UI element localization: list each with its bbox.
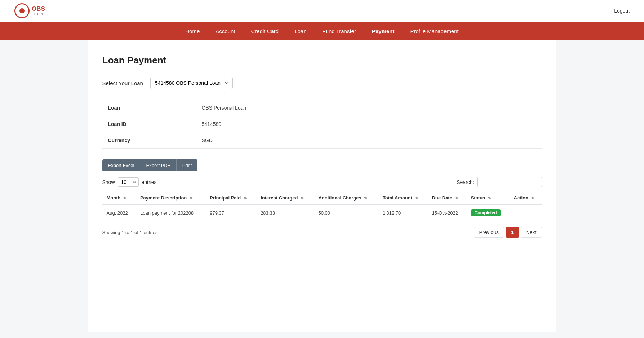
pagination-section: Showing 1 to 1 of 1 entries Previous 1 N… [102, 227, 542, 238]
page-1-button[interactable]: 1 [506, 227, 519, 238]
nav-item-profile-management[interactable]: Profile Management [402, 22, 466, 40]
export-pdf-button[interactable]: Export PDF [140, 159, 176, 171]
cell-additional-charges: 50.00 [314, 205, 378, 221]
export-excel-button[interactable]: Export Excel [102, 159, 140, 171]
next-button[interactable]: Next [521, 227, 542, 238]
sort-icon-description: ⇅ [190, 196, 192, 200]
loan-info-key-currency: Currency [102, 132, 196, 149]
toolbar: Export Excel Export PDF Print [102, 159, 542, 171]
sort-icon-principal: ⇅ [244, 196, 247, 200]
showing-entries-text: Showing 1 to 1 of 1 entries [102, 230, 158, 235]
page-title: Loan Payment [102, 55, 542, 66]
col-principal-paid[interactable]: Principal Paid ⇅ [205, 192, 256, 205]
status-badge: Completed [471, 209, 501, 216]
col-due-date[interactable]: Due Date ⇅ [428, 192, 467, 205]
sort-icon-action: ⇅ [531, 196, 534, 200]
print-button[interactable]: Print [176, 159, 198, 171]
sort-icon-month: ⇅ [123, 196, 126, 200]
entries-label: entries [142, 179, 157, 185]
cell-principal-paid: 979.37 [205, 205, 256, 221]
loan-selector-label: Select Your Loan [102, 80, 143, 86]
cell-interest-charged: 283.33 [256, 205, 314, 221]
table-row: Aug, 2022 Loan payment for 202208 979.37… [102, 205, 542, 221]
col-status[interactable]: Status ⇅ [467, 192, 510, 205]
cell-action [510, 205, 542, 221]
pagination: Previous 1 Next [474, 227, 542, 238]
sort-icon-total: ⇅ [415, 196, 418, 200]
col-total-amount[interactable]: Total Amount ⇅ [378, 192, 428, 205]
loan-info-key-loan: Loan [102, 100, 196, 116]
previous-button[interactable]: Previous [474, 227, 504, 238]
show-entries: Show 10 25 50 100 entries [102, 177, 157, 187]
loan-info-value-loan: OBS Personal Loan [196, 100, 542, 116]
loan-info-value-loanid: 5414580 [196, 116, 542, 132]
loan-info-table: Loan OBS Personal Loan Loan ID 5414580 C… [102, 100, 542, 149]
logo-main-text: OBS [32, 6, 50, 13]
nav-item-credit-card[interactable]: Credit Card [243, 22, 287, 40]
payment-data-table: Month ⇅ Payment Description ⇅ Principal … [102, 192, 542, 221]
cell-payment-description: Loan payment for 202208 [136, 205, 205, 221]
nav-item-payment[interactable]: Payment [364, 22, 403, 40]
nav-bar: Home Account Credit Card Loan Fund Trans… [0, 22, 644, 40]
cell-status: Completed [467, 205, 510, 221]
logo-dot [19, 8, 25, 13]
loan-selector-section: Select Your Loan 5414580 OBS Personal Lo… [102, 77, 542, 89]
search-box: Search: [457, 177, 542, 187]
header: OBS EST. 1980 Logout [0, 0, 644, 22]
cell-due-date: 15-Oct-2022 [428, 205, 467, 221]
nav-item-fund-transfer[interactable]: Fund Transfer [315, 22, 364, 40]
loan-info-row-loan: Loan OBS Personal Loan [102, 100, 542, 116]
nav-item-account[interactable]: Account [208, 22, 243, 40]
loan-selector-dropdown[interactable]: 5414580 OBS Personal Loan [150, 77, 233, 89]
loan-info-row-currency: Currency SGD [102, 132, 542, 149]
sort-icon-due: ⇅ [455, 196, 458, 200]
nav-item-home[interactable]: Home [177, 22, 208, 40]
sort-icon-status: ⇅ [488, 196, 491, 200]
sort-icon-additional: ⇅ [364, 196, 367, 200]
logo-sub-text: EST. 1980 [32, 12, 50, 16]
col-interest-charged[interactable]: Interest Charged ⇅ [256, 192, 314, 205]
logo-ring [14, 3, 30, 18]
cell-total-amount: 1,312.70 [378, 205, 428, 221]
loan-info-row-loanid: Loan ID 5414580 [102, 116, 542, 132]
footer: © 2022 OBS Bank Ltd [0, 332, 644, 338]
col-payment-description[interactable]: Payment Description ⇅ [136, 192, 205, 205]
col-month[interactable]: Month ⇅ [102, 192, 136, 205]
entries-per-page-select[interactable]: 10 25 50 100 [118, 177, 139, 187]
table-controls: Show 10 25 50 100 entries Search: [102, 177, 542, 187]
logo: OBS EST. 1980 [14, 3, 50, 18]
table-header-row: Month ⇅ Payment Description ⇅ Principal … [102, 192, 542, 205]
search-input[interactable] [477, 177, 542, 187]
search-label: Search: [457, 179, 474, 185]
nav-item-loan[interactable]: Loan [287, 22, 314, 40]
main-content: Loan Payment Select Your Loan 5414580 OB… [88, 40, 556, 332]
col-additional-charges[interactable]: Additional Charges ⇅ [314, 192, 378, 205]
logo-text-block: OBS EST. 1980 [32, 6, 50, 16]
logout-button[interactable]: Logout [614, 8, 630, 14]
cell-month: Aug, 2022 [102, 205, 136, 221]
loan-info-value-currency: SGD [196, 132, 542, 149]
sort-icon-interest: ⇅ [301, 196, 303, 200]
col-action[interactable]: Action ⇅ [510, 192, 542, 205]
show-label: Show [102, 179, 115, 185]
loan-info-key-loanid: Loan ID [102, 116, 196, 132]
